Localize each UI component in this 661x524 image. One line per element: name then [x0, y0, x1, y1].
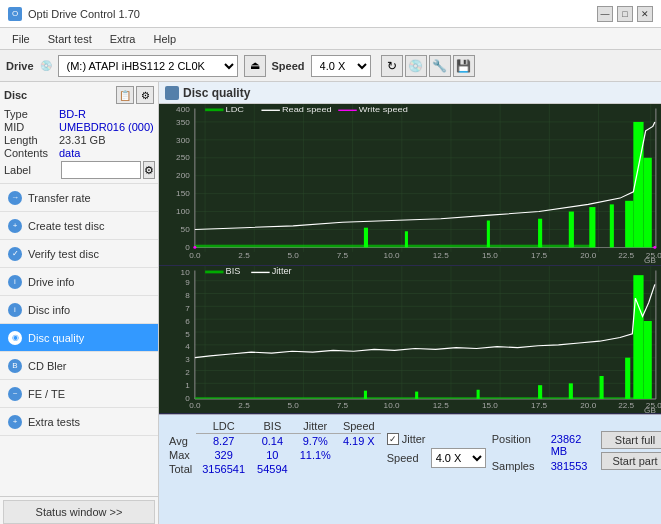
minimize-button[interactable]: — [597, 6, 613, 22]
menu-file[interactable]: File [4, 31, 38, 47]
svg-text:20.0: 20.0 [580, 252, 596, 260]
svg-text:7.5: 7.5 [337, 402, 348, 410]
stats-total-bis: 54594 [251, 462, 294, 476]
disc-icon-buttons: 📋 ⚙ [116, 86, 154, 104]
eject-button[interactable]: ⏏ [244, 55, 266, 77]
nav-transfer-rate[interactable]: → Transfer rate [0, 184, 158, 212]
speed-label: Speed [272, 60, 305, 72]
nav-drive-info[interactable]: i Drive info [0, 268, 158, 296]
jitter-speed-section: ✓ Jitter Speed 4.0 X [387, 433, 486, 468]
status-window-button[interactable]: Status window >> [3, 500, 155, 524]
nav-icon-cd-bler: B [8, 359, 22, 373]
start-buttons: Start full Start part [601, 431, 661, 470]
top-chart-svg: 0 50 100 150 200 250 300 350 400 2X 4X 6… [159, 104, 661, 265]
disc-label-label: Label [4, 164, 59, 176]
window-controls[interactable]: — □ ✕ [597, 6, 653, 22]
nav-label-transfer: Transfer rate [28, 192, 91, 204]
close-button[interactable]: ✕ [637, 6, 653, 22]
disc-label-button[interactable]: ⚙ [143, 161, 155, 179]
svg-text:8: 8 [185, 292, 190, 300]
svg-rect-50 [195, 245, 595, 248]
samples-row: Samples 381553 [492, 460, 588, 472]
svg-text:5.0: 5.0 [288, 402, 300, 410]
disc-button[interactable]: 💿 [405, 55, 427, 77]
svg-point-61 [193, 246, 196, 249]
nav-label-disc-quality: Disc quality [28, 332, 84, 344]
drivebar: Drive 💿 (M:) ATAPI iHBS112 2 CL0K ⏏ Spee… [0, 50, 661, 82]
svg-rect-124 [538, 385, 542, 399]
svg-text:Jitter: Jitter [272, 267, 292, 276]
svg-rect-56 [589, 207, 595, 247]
bottom-chart: 0 1 2 3 4 5 6 7 8 9 10 4% 8% 12% 16% [159, 266, 661, 414]
svg-text:9: 9 [185, 279, 190, 287]
right-panel: Disc quality [159, 82, 661, 524]
svg-rect-55 [569, 212, 574, 248]
menu-extra[interactable]: Extra [102, 31, 144, 47]
stats-max-jitter: 11.1% [294, 448, 337, 462]
speed-select-stats[interactable]: 4.0 X [431, 448, 486, 468]
stats-total-label: Total [165, 462, 196, 476]
svg-text:10.0: 10.0 [384, 252, 400, 260]
menu-help[interactable]: Help [145, 31, 184, 47]
app-title: Opti Drive Control 1.70 [28, 8, 140, 20]
nav-disc-info[interactable]: i Disc info [0, 296, 158, 324]
titlebar: O Opti Drive Control 1.70 — □ ✕ [0, 0, 661, 28]
disc-label-input[interactable] [61, 161, 141, 179]
speed-display-label: Speed [387, 452, 427, 464]
nav-cd-bler[interactable]: B CD Bler [0, 352, 158, 380]
svg-text:100: 100 [176, 208, 190, 216]
nav-icon-disc-quality: ◉ [8, 331, 22, 345]
svg-text:10.0: 10.0 [384, 402, 401, 410]
start-part-button[interactable]: Start part [601, 452, 661, 470]
menu-start-test[interactable]: Start test [40, 31, 100, 47]
disc-header: Disc 📋 ⚙ [4, 86, 154, 104]
svg-text:22.5: 22.5 [618, 402, 634, 410]
svg-rect-58 [625, 201, 633, 248]
disc-icon-btn-2[interactable]: ⚙ [136, 86, 154, 104]
jitter-checkbox[interactable]: ✓ [387, 433, 399, 445]
svg-text:2: 2 [185, 369, 190, 377]
speed-select[interactable]: 4.0 X [311, 55, 371, 77]
svg-text:7: 7 [185, 305, 190, 313]
nav-label-verify: Verify test disc [28, 248, 99, 260]
disc-icon-btn-1[interactable]: 📋 [116, 86, 134, 104]
position-row: Position 23862 MB [492, 433, 588, 457]
save-button[interactable]: 💾 [453, 55, 475, 77]
svg-rect-0 [159, 104, 661, 265]
jitter-label: Jitter [402, 433, 426, 445]
left-panel: Disc 📋 ⚙ Type BD-R MID UMEBDR016 (000) L… [0, 82, 159, 524]
drive-select[interactable]: (M:) ATAPI iHBS112 2 CL0K [58, 55, 238, 77]
svg-text:LDC: LDC [226, 105, 244, 114]
charts-container: 0 50 100 150 200 250 300 350 400 2X 4X 6… [159, 104, 661, 414]
svg-text:5: 5 [185, 330, 190, 338]
svg-text:0.0: 0.0 [189, 402, 201, 410]
refresh-button[interactable]: ↻ [381, 55, 403, 77]
bottom-chart-svg: 0 1 2 3 4 5 6 7 8 9 10 4% 8% 12% 16% [159, 266, 661, 413]
svg-text:10: 10 [181, 269, 191, 277]
maximize-button[interactable]: □ [617, 6, 633, 22]
disc-mid-value: UMEBDR016 (000) [59, 121, 154, 133]
svg-text:5.0: 5.0 [288, 252, 299, 260]
svg-text:0.0: 0.0 [189, 252, 200, 260]
nav-disc-quality[interactable]: ◉ Disc quality [0, 324, 158, 352]
drive-label: Drive [6, 60, 34, 72]
nav-create-test-disc[interactable]: + Create test disc [0, 212, 158, 240]
main-content: Disc 📋 ⚙ Type BD-R MID UMEBDR016 (000) L… [0, 82, 661, 524]
nav-verify-test-disc[interactable]: ✓ Verify test disc [0, 240, 158, 268]
nav-fe-te[interactable]: ~ FE / TE [0, 380, 158, 408]
svg-text:GB: GB [644, 406, 656, 413]
svg-text:2.5: 2.5 [238, 252, 249, 260]
nav-extra-tests[interactable]: + Extra tests [0, 408, 158, 436]
svg-text:BIS: BIS [226, 267, 241, 276]
nav-icon-create: + [8, 219, 22, 233]
stats-avg-jitter: 9.7% [294, 434, 337, 449]
svg-rect-63 [205, 108, 223, 111]
start-full-button[interactable]: Start full [601, 431, 661, 449]
svg-rect-127 [625, 358, 630, 399]
svg-rect-54 [538, 219, 542, 248]
position-val: 23862 MB [551, 433, 588, 457]
jitter-checkbox-row: ✓ Jitter [387, 433, 486, 445]
nav-label-extra: Extra tests [28, 416, 80, 428]
settings-button[interactable]: 🔧 [429, 55, 451, 77]
stats-table: LDC BIS Jitter Speed Avg 8.27 [165, 419, 381, 476]
